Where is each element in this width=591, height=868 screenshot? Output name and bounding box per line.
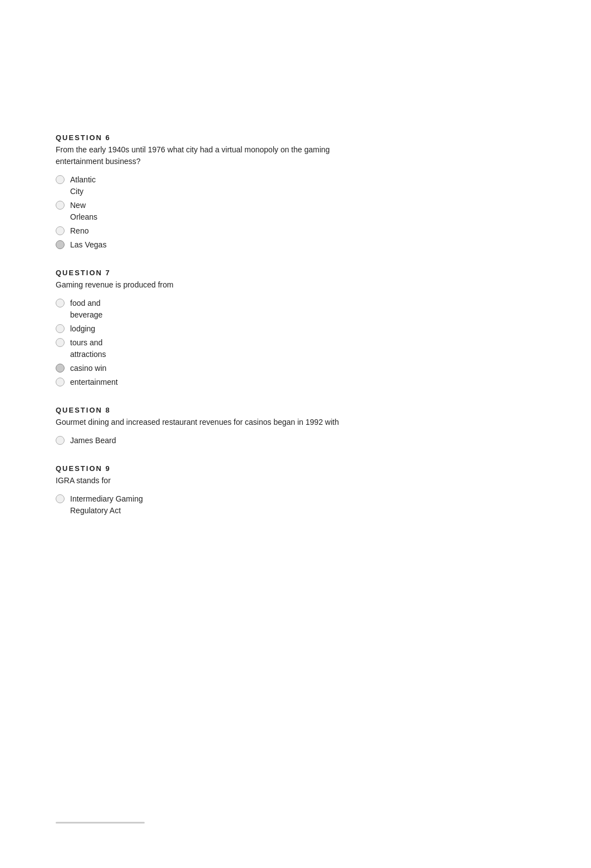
radio-circle-6-0[interactable] xyxy=(56,175,65,184)
option-item-7-2[interactable]: tours and attractions xyxy=(56,337,378,360)
option-item-6-0[interactable]: Atlantic City xyxy=(56,174,378,197)
radio-circle-7-3[interactable] xyxy=(56,364,65,373)
question-text-9: IGRA stands for xyxy=(56,475,378,487)
radio-circle-6-2[interactable] xyxy=(56,226,65,235)
option-text-6-3: Las Vegas xyxy=(70,239,106,251)
radio-circle-7-0[interactable] xyxy=(56,299,65,307)
options-list-7: food and beveragelodgingtours and attrac… xyxy=(56,297,378,388)
option-text-7-2: tours and attractions xyxy=(70,337,106,360)
option-text-6-0: Atlantic City xyxy=(70,174,96,197)
radio-circle-7-4[interactable] xyxy=(56,378,65,386)
question-block-8: QUESTION 8Gourmet dining and increased r… xyxy=(56,406,378,447)
option-text-7-0: food and beverage xyxy=(70,297,102,321)
bottom-line xyxy=(56,822,145,824)
options-list-8: James Beard xyxy=(56,435,378,447)
radio-circle-7-2[interactable] xyxy=(56,338,65,347)
radio-circle-6-1[interactable] xyxy=(56,201,65,210)
option-item-9-0[interactable]: Intermediary Gaming Regulatory Act xyxy=(56,493,378,517)
option-item-7-3[interactable]: casino win xyxy=(56,363,378,374)
option-text-7-3: casino win xyxy=(70,363,106,374)
option-text-6-1: New Orleans xyxy=(70,200,97,223)
option-item-7-0[interactable]: food and beverage xyxy=(56,297,378,321)
option-item-7-4[interactable]: entertainment xyxy=(56,376,378,388)
option-item-6-1[interactable]: New Orleans xyxy=(56,200,378,223)
question-label-8: QUESTION 8 xyxy=(56,406,378,414)
question-text-6: From the early 1940s until 1976 what cit… xyxy=(56,144,378,167)
radio-circle-9-0[interactable] xyxy=(56,494,65,503)
question-block-9: QUESTION 9IGRA stands forIntermediary Ga… xyxy=(56,464,378,517)
option-text-6-2: Reno xyxy=(70,225,88,237)
radio-circle-6-3[interactable] xyxy=(56,240,65,249)
option-text-7-1: lodging xyxy=(70,323,95,335)
question-label-7: QUESTION 7 xyxy=(56,269,378,277)
question-block-6: QUESTION 6From the early 1940s until 197… xyxy=(56,133,378,251)
options-list-6: Atlantic CityNew OrleansRenoLas Vegas xyxy=(56,174,378,251)
question-label-6: QUESTION 6 xyxy=(56,133,378,142)
option-item-7-1[interactable]: lodging xyxy=(56,323,378,335)
question-text-8: Gourmet dining and increased restaurant … xyxy=(56,416,378,428)
option-item-8-0[interactable]: James Beard xyxy=(56,435,378,447)
options-list-9: Intermediary Gaming Regulatory Act xyxy=(56,493,378,517)
option-text-8-0: James Beard xyxy=(70,435,116,447)
question-text-7: Gaming revenue is produced from xyxy=(56,279,378,291)
option-text-9-0: Intermediary Gaming Regulatory Act xyxy=(70,493,143,517)
option-item-6-3[interactable]: Las Vegas xyxy=(56,239,378,251)
question-label-9: QUESTION 9 xyxy=(56,464,378,473)
page-content: QUESTION 6From the early 1940s until 197… xyxy=(0,0,434,590)
option-item-6-2[interactable]: Reno xyxy=(56,225,378,237)
radio-circle-8-0[interactable] xyxy=(56,436,65,445)
question-block-7: QUESTION 7Gaming revenue is produced fro… xyxy=(56,269,378,388)
radio-circle-7-1[interactable] xyxy=(56,324,65,333)
option-text-7-4: entertainment xyxy=(70,376,118,388)
